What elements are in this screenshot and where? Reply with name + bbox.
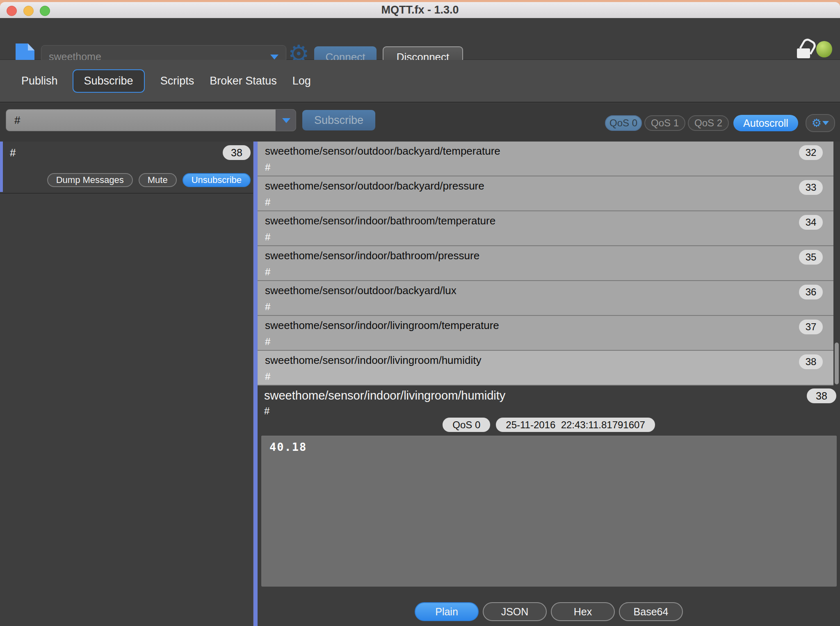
tab-broker-status[interactable]: Broker Status bbox=[210, 75, 277, 87]
detail-topic: sweethome/sensor/indoor/livingroom/humid… bbox=[264, 389, 505, 402]
chevron-down-icon bbox=[270, 55, 278, 59]
message-subscription: # bbox=[265, 336, 270, 347]
message-count-badge: 37 bbox=[799, 320, 823, 334]
payload-format-buttons: Plain JSON Hex Base64 bbox=[258, 602, 840, 621]
gears-icon: ⚙ bbox=[812, 118, 822, 129]
message-subscription: # bbox=[265, 162, 270, 173]
pane-divider-stripe[interactable] bbox=[253, 142, 258, 626]
message-count-badge: 33 bbox=[799, 180, 823, 195]
scrollbar-thumb[interactable] bbox=[835, 343, 839, 384]
message-subscription: # bbox=[265, 301, 270, 313]
unsubscribe-button[interactable]: Unsubscribe bbox=[183, 173, 251, 187]
subscribe-controls-bar: # Subscribe QoS 0 QoS 1 QoS 2 Autoscroll… bbox=[0, 103, 840, 142]
message-subscription: # bbox=[265, 371, 270, 382]
tab-publish[interactable]: Publish bbox=[21, 75, 58, 87]
subscription-list-item[interactable]: # 38 Dump Messages Mute Unsubscribe bbox=[0, 142, 253, 194]
payload-viewer[interactable]: 40.18 bbox=[261, 436, 837, 587]
message-topic: sweethome/sensor/indoor/livingroom/humid… bbox=[265, 354, 481, 367]
topic-input-value: # bbox=[14, 110, 20, 131]
subscribe-button[interactable]: Subscribe bbox=[302, 110, 375, 130]
format-json-button[interactable]: JSON bbox=[483, 602, 547, 621]
message-count-badge: 34 bbox=[799, 215, 823, 230]
tab-scripts[interactable]: Scripts bbox=[160, 75, 194, 87]
message-count-badge: 38 bbox=[799, 354, 823, 369]
qos1-toggle[interactable]: QoS 1 bbox=[644, 115, 685, 131]
message-list-scrollbar[interactable] bbox=[833, 142, 840, 386]
tab-log[interactable]: Log bbox=[292, 75, 311, 87]
message-subscription: # bbox=[265, 231, 270, 243]
message-subscription: # bbox=[265, 266, 270, 278]
main-tabs: Publish Subscribe Scripts Broker Status … bbox=[0, 60, 840, 103]
detail-timestamp-badge: 25-11-2016 22:43:11.81791607 bbox=[496, 418, 655, 432]
message-row[interactable]: sweethome/sensor/indoor/bathroom/tempera… bbox=[258, 211, 833, 246]
subscribe-options: QoS 0 QoS 1 QoS 2 Autoscroll ⚙ bbox=[603, 114, 835, 132]
subscriptions-panel: # 38 Dump Messages Mute Unsubscribe bbox=[0, 142, 253, 626]
format-base64-button[interactable]: Base64 bbox=[619, 602, 683, 621]
message-subscription: # bbox=[265, 196, 270, 208]
message-count-badge: 36 bbox=[799, 285, 823, 299]
dump-messages-button[interactable]: Dump Messages bbox=[47, 173, 133, 187]
tab-subscribe[interactable]: Subscribe bbox=[73, 69, 145, 93]
qos0-toggle[interactable]: QoS 0 bbox=[605, 115, 642, 131]
message-row[interactable]: sweethome/sensor/outdoor/backyard/lux # … bbox=[258, 281, 833, 316]
message-topic: sweethome/sensor/outdoor/backyard/lux bbox=[265, 284, 457, 297]
message-count-badge: 35 bbox=[799, 250, 823, 265]
message-row[interactable]: sweethome/sensor/indoor/livingroom/tempe… bbox=[258, 316, 833, 351]
message-row[interactable]: sweethome/sensor/outdoor/backyard/pressu… bbox=[258, 176, 833, 211]
subscription-actions: Dump Messages Mute Unsubscribe bbox=[47, 173, 251, 187]
subscription-count-badge: 38 bbox=[223, 145, 251, 160]
mqtt-fx-window: MQTT.fx - 1.3.0 sweethome ⚙ Connect Disc… bbox=[0, 0, 840, 626]
connection-toolbar: sweethome ⚙ Connect Disconnect bbox=[0, 18, 840, 60]
unlocked-padlock-icon-body bbox=[797, 48, 810, 58]
message-row[interactable]: sweethome/sensor/outdoor/backyard/temper… bbox=[258, 142, 833, 176]
message-topic: sweethome/sensor/indoor/bathroom/pressur… bbox=[265, 249, 479, 262]
autoscroll-toggle[interactable]: Autoscroll bbox=[733, 115, 798, 131]
chevron-down-icon bbox=[822, 121, 829, 125]
topic-input-combo[interactable]: # bbox=[6, 109, 296, 131]
mute-button[interactable]: Mute bbox=[139, 173, 177, 187]
subscription-topic: # bbox=[10, 146, 16, 159]
detail-subscription: # bbox=[264, 405, 269, 417]
payload-value: 40.18 bbox=[269, 441, 307, 453]
message-topic: sweethome/sensor/outdoor/backyard/pressu… bbox=[265, 180, 484, 192]
connection-status-light bbox=[816, 41, 832, 57]
message-detail-panel: sweethome/sensor/indoor/livingroom/humid… bbox=[258, 386, 840, 626]
detail-qos-badge: QoS 0 bbox=[443, 418, 490, 432]
window-title: MQTT.fx - 1.3.0 bbox=[0, 2, 840, 18]
messages-pane: sweethome/sensor/outdoor/backyard/temper… bbox=[258, 142, 840, 626]
format-hex-button[interactable]: Hex bbox=[551, 602, 615, 621]
detail-count-badge: 38 bbox=[807, 388, 836, 403]
chevron-down-icon bbox=[282, 118, 290, 123]
format-plain-button[interactable]: Plain bbox=[415, 602, 479, 621]
message-topic: sweethome/sensor/outdoor/backyard/temper… bbox=[265, 145, 500, 158]
qos2-toggle[interactable]: QoS 2 bbox=[688, 115, 729, 131]
message-count-badge: 32 bbox=[799, 145, 823, 160]
message-topic: sweethome/sensor/indoor/bathroom/tempera… bbox=[265, 215, 495, 227]
subscribe-settings-menu-button[interactable]: ⚙ bbox=[806, 114, 835, 132]
message-list: sweethome/sensor/outdoor/backyard/temper… bbox=[258, 142, 833, 386]
subscribe-main-area: # 38 Dump Messages Mute Unsubscribe swee… bbox=[0, 142, 840, 626]
message-row[interactable]: sweethome/sensor/indoor/bathroom/pressur… bbox=[258, 246, 833, 281]
message-row-selected[interactable]: sweethome/sensor/indoor/livingroom/humid… bbox=[258, 351, 833, 386]
message-topic: sweethome/sensor/indoor/livingroom/tempe… bbox=[265, 319, 499, 332]
detail-meta: QoS 0 25-11-2016 22:43:11.81791607 bbox=[258, 418, 840, 432]
selection-stripe bbox=[0, 142, 3, 192]
